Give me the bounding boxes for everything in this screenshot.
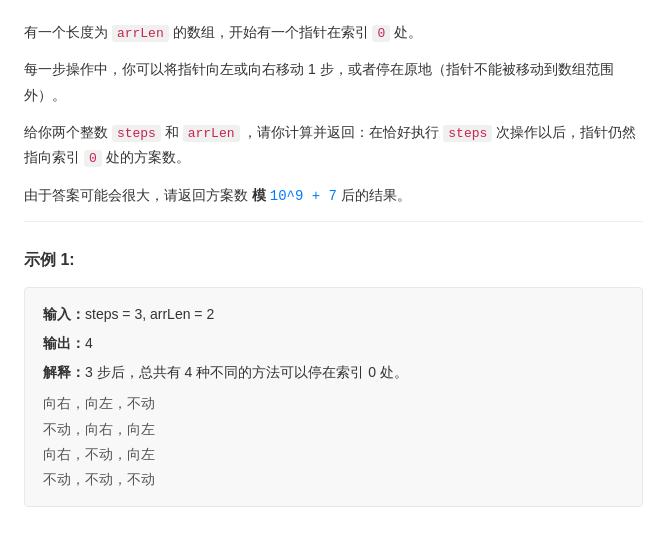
code-zero-2: 0 <box>84 150 102 167</box>
paragraph-4: 由于答案可能会很大，请返回方案数 模 10^9 + 7 后的结果。 <box>24 183 643 209</box>
sub-line-4: 不动，不动，不动 <box>43 467 624 492</box>
paragraph-3: 给你两个整数 steps 和 arrLen ，请你计算并返回：在恰好执行 ste… <box>24 120 643 171</box>
section-divider <box>24 221 643 222</box>
example-section-title: 示例 1: <box>24 246 643 273</box>
explain-label: 解释： <box>43 364 85 380</box>
example-output-line: 输出：4 <box>43 331 624 356</box>
code-arrlen-2: arrLen <box>183 125 240 142</box>
code-steps-2: steps <box>443 125 492 142</box>
code-steps-1: steps <box>112 125 161 142</box>
output-value: 4 <box>85 335 93 351</box>
sub-line-2: 不动，向右，向左 <box>43 417 624 442</box>
example-box-1: 输入：steps = 3, arrLen = 2 输出：4 解释：3 步后，总共… <box>24 287 643 507</box>
paragraph-1: 有一个长度为 arrLen 的数组，开始有一个指针在索引 0 处。 <box>24 20 643 45</box>
input-label: 输入： <box>43 306 85 322</box>
sub-line-3: 向右，不动，向左 <box>43 442 624 467</box>
code-arrlen-1: arrLen <box>112 25 169 42</box>
mod-label: 模 <box>252 187 266 203</box>
explain-value: 3 步后，总共有 4 种不同的方法可以停在索引 0 处。 <box>85 364 408 380</box>
example-input-line: 输入：steps = 3, arrLen = 2 <box>43 302 624 327</box>
sub-line-1: 向右，向左，不动 <box>43 391 624 416</box>
output-label: 输出： <box>43 335 85 351</box>
example-sub-lines: 向右，向左，不动 不动，向右，向左 向右，不动，向左 不动，不动，不动 <box>43 391 624 492</box>
paragraph-2: 每一步操作中，你可以将指针向左或向右移动 1 步，或者停在原地（指针不能被移动到… <box>24 57 643 107</box>
code-zero-1: 0 <box>372 25 390 42</box>
code-modulo: 10^9 + 7 <box>270 188 337 204</box>
input-value: steps = 3, arrLen = 2 <box>85 306 214 322</box>
example-explain-line: 解释：3 步后，总共有 4 种不同的方法可以停在索引 0 处。 <box>43 360 624 385</box>
